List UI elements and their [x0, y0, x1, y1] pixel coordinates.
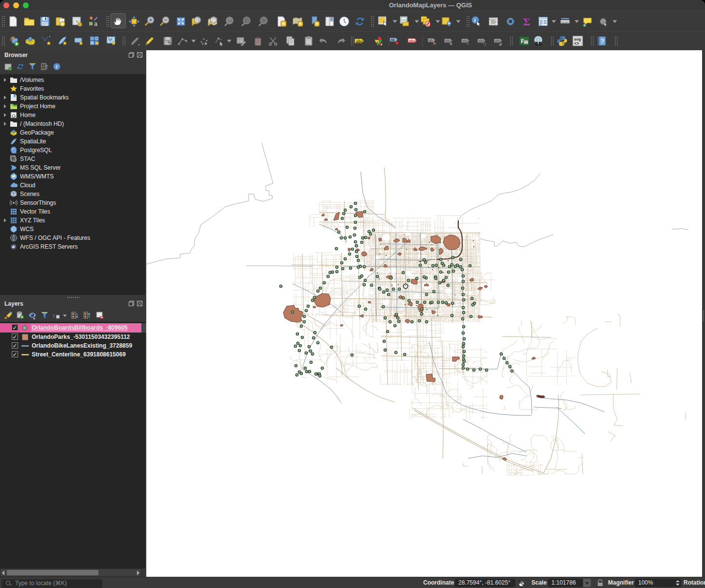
svg-text:Σ: Σ: [523, 16, 530, 27]
svg-text:ab: ab: [391, 38, 395, 42]
svg-text:ab: ab: [429, 39, 433, 42]
svg-text:abc: abc: [446, 39, 451, 42]
svg-text:abc: abc: [356, 39, 363, 44]
svg-text:abc: abc: [409, 39, 416, 43]
svg-text:?: ?: [601, 38, 604, 45]
svg-text:abc: abc: [479, 39, 485, 42]
svg-text:abc: abc: [463, 39, 469, 42]
svg-text:abc: abc: [495, 39, 501, 42]
svg-text:i: i: [56, 64, 58, 69]
svg-text:a: a: [94, 20, 98, 27]
svg-text:1:1: 1:1: [228, 19, 233, 22]
svg-text:ε: ε: [53, 312, 56, 319]
svg-text:<>: <>: [574, 41, 579, 46]
svg-text:F: F: [521, 38, 524, 44]
svg-text:A: A: [12, 245, 15, 249]
